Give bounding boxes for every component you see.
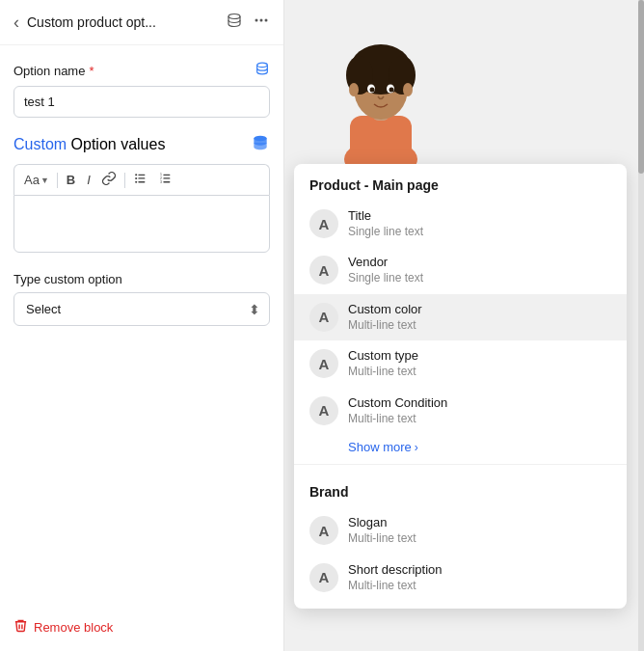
trash-icon [13, 618, 28, 636]
svg-point-3 [265, 19, 268, 22]
unordered-list-button[interactable] [129, 169, 152, 191]
svg-rect-13 [163, 177, 170, 178]
item-subtext-slogan: Multi-line text [348, 531, 416, 547]
svg-rect-6 [138, 175, 145, 176]
remove-block-button[interactable]: Remove block [13, 618, 113, 636]
right-area: Product - Main page A Title Single line … [284, 0, 644, 651]
font-label: Aa [24, 173, 40, 187]
svg-point-27 [370, 88, 375, 93]
item-text-custom-color: Custom color Multi-line text [348, 302, 422, 333]
item-avatar-slogan: A [309, 516, 338, 545]
panel-title: Custom product opt... [27, 14, 218, 30]
svg-point-28 [389, 88, 394, 93]
item-name-title: Title [348, 208, 423, 225]
custom-word: Custom [13, 136, 67, 152]
toolbar-divider-1 [57, 173, 58, 188]
ordered-list-button[interactable]: 1 2 3 [154, 169, 177, 191]
back-button[interactable]: ‹ [13, 14, 19, 31]
item-text-custom-condition: Custom Condition Multi-line text [348, 395, 447, 426]
show-more-chevron-icon: › [415, 441, 418, 454]
left-panel: ‹ Custom product opt... Option na [0, 0, 284, 651]
svg-point-0 [228, 14, 240, 19]
dropdown-divider [294, 464, 627, 465]
svg-point-2 [260, 19, 263, 22]
svg-rect-7 [138, 177, 145, 178]
item-text-short-description: Short description Multi-line text [348, 562, 443, 593]
svg-rect-8 [138, 181, 145, 182]
link-button[interactable] [97, 169, 121, 191]
header-icons [226, 12, 270, 33]
dropdown-item-title[interactable]: A Title Single line text [294, 201, 627, 247]
svg-point-11 [135, 181, 137, 183]
custom-values-textarea[interactable] [13, 195, 270, 253]
item-name-custom-condition: Custom Condition [348, 395, 447, 412]
item-subtext-custom-color: Multi-line text [348, 318, 422, 334]
svg-rect-14 [163, 181, 170, 182]
dropdown-item-custom-type[interactable]: A Custom type Multi-line text [294, 340, 627, 387]
bold-button[interactable]: B [62, 170, 80, 190]
dropdown-item-custom-condition[interactable]: A Custom Condition Multi-line text [294, 388, 627, 434]
required-star: * [89, 64, 94, 78]
svg-text:3: 3 [160, 180, 162, 184]
product-image [323, 19, 439, 164]
custom-values-text: Custom Option values [13, 136, 165, 153]
item-subtext-short-description: Multi-line text [348, 579, 443, 594]
option-name-label: Option name * [13, 61, 270, 80]
toolbar-divider-2 [124, 173, 125, 188]
type-option-label: Type custom option [13, 272, 270, 286]
item-text-title: Title Single line text [348, 208, 423, 239]
font-dropdown-arrow[interactable]: ▼ [40, 176, 49, 185]
show-more-row: Show more › [294, 434, 627, 458]
svg-point-10 [135, 177, 137, 179]
item-subtext-vendor: Single line text [348, 271, 423, 286]
section1-title: Product - Main page [294, 164, 627, 201]
item-text-slogan: Slogan Multi-line text [348, 515, 416, 546]
person-svg [323, 19, 439, 164]
item-name-custom-color: Custom color [348, 302, 422, 318]
item-text-custom-type: Custom type Multi-line text [348, 348, 418, 379]
option-name-label-text: Option name [13, 64, 85, 78]
item-name-vendor: Vendor [348, 255, 423, 271]
item-subtext-title: Single line text [348, 225, 423, 240]
italic-button[interactable]: I [82, 170, 95, 190]
values-word: Option values [67, 136, 165, 152]
custom-values-db-icon[interactable] [251, 133, 270, 156]
scroll-thumb[interactable] [638, 0, 644, 174]
type-option-group: Type custom option Select Text Number Da… [13, 272, 270, 326]
item-name-short-description: Short description [348, 562, 443, 579]
show-more-link[interactable]: Show more › [348, 440, 611, 454]
custom-values-group: Custom Option values Aa ▼ B [13, 133, 270, 257]
item-subtext-custom-condition: Multi-line text [348, 412, 447, 427]
svg-point-4 [257, 63, 268, 67]
more-options-icon[interactable] [253, 12, 270, 33]
dropdown-item-vendor[interactable]: A Vendor Single line text [294, 247, 627, 293]
svg-point-29 [349, 83, 359, 96]
remove-block-label: Remove block [34, 620, 113, 635]
type-option-select[interactable]: Select Text Number Date File upload [13, 292, 270, 326]
svg-point-9 [135, 174, 137, 176]
option-name-db-icon[interactable] [255, 61, 270, 80]
svg-rect-12 [163, 175, 170, 176]
dropdown-item-custom-color[interactable]: A Custom color Multi-line text [294, 294, 627, 340]
svg-rect-19 [350, 116, 412, 164]
panel-body: Option name * Custom Option values [0, 45, 283, 357]
dropdown-item-slogan[interactable]: A Slogan Multi-line text [294, 507, 627, 554]
item-text-vendor: Vendor Single line text [348, 255, 423, 285]
svg-point-1 [255, 19, 258, 22]
panel-header: ‹ Custom product opt... [0, 0, 283, 45]
scroll-track [638, 0, 644, 651]
item-name-slogan: Slogan [348, 515, 416, 531]
dropdown-item-short-description[interactable]: A Short description Multi-line text [294, 555, 627, 601]
option-name-group: Option name * [13, 61, 270, 118]
item-avatar-title: A [309, 209, 338, 238]
item-avatar-vendor: A [309, 256, 338, 285]
font-button[interactable]: Aa ▼ [20, 171, 53, 189]
type-option-select-wrapper: Select Text Number Date File upload ⬍ [13, 292, 270, 326]
option-name-input[interactable] [13, 86, 270, 118]
dropdown-card: Product - Main page A Title Single line … [294, 164, 627, 609]
database-icon[interactable] [226, 12, 243, 33]
rich-text-toolbar: Aa ▼ B I [13, 164, 270, 195]
item-avatar-custom-color: A [309, 303, 338, 332]
type-option-label-text: Type custom option [13, 272, 122, 286]
item-subtext-custom-type: Multi-line text [348, 365, 418, 380]
